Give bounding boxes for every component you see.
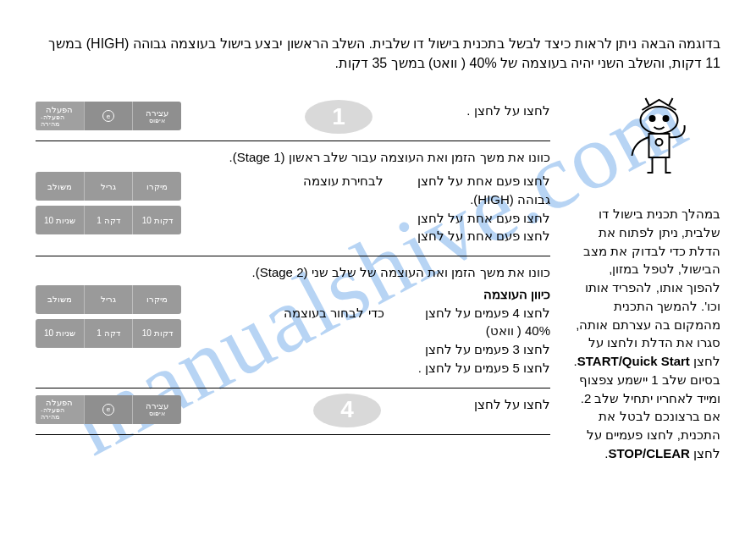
sidebar-text: במהלך תכנית בישול דו שלבית, ניתן לפתוח א…: [572, 205, 720, 463]
step-2-heading: כוונו את משך הזמן ואת העוצמה עבור שלב רא…: [229, 150, 550, 164]
mascot-icon: [615, 95, 704, 188]
mode-combined-2: משולב: [36, 285, 84, 314]
quick-start-panel-2: הפעלה הפעלה-מהירה e עצירה איפוס: [36, 395, 181, 424]
time-10m-2: 10 דקות: [132, 319, 181, 348]
step-1: 1 לחצו על לחצן . הפעלה הפעלה-מהירה e: [36, 95, 550, 141]
step-3-line1a: לחצו 4 פעמים על לחצן: [418, 304, 550, 322]
quick-start-panel: הפעלה הפעלה-מהירה e עצירה איפוס: [36, 102, 181, 130]
step-number-1: 1: [305, 100, 372, 134]
step-3: כוונו את משך הזמן ואת העוצמה של שלב שני …: [36, 256, 550, 388]
mode-micro: מיקרו: [132, 172, 181, 201]
mode-panel: משולב גריל מיקרו: [36, 172, 181, 201]
step-4: 4 לחצו על לחצן הפעלה הפעלה-מהירה e: [36, 388, 550, 435]
panel-quick-left: הפעלה הפעלה-מהירה: [36, 102, 84, 130]
sidebar: במהלך תכנית בישול דו שלבית, ניתן לפתוח א…: [572, 95, 720, 462]
mode-micro-2: מיקרו: [132, 285, 181, 314]
step-3-subhead: כיוון העוצמה: [203, 285, 550, 304]
step-number-4: 4: [313, 394, 381, 427]
time-1m: 1 דקה: [84, 206, 133, 234]
mode-combined: משולב: [36, 172, 84, 201]
svg-point-3: [656, 139, 663, 146]
step-3-line2: 40% ( וואט): [418, 322, 550, 340]
mode-panel-2: משולב גריל מיקרו: [36, 285, 181, 314]
svg-point-1: [650, 116, 655, 121]
time-panel-2: 10 שניות 1 דקה 10 דקות: [36, 319, 181, 348]
time-panel: 10 שניות 1 דקה 10 דקות: [36, 206, 181, 234]
step-1-text: לחצו על לחצן .: [466, 103, 550, 118]
page: בדוגמה הבאה ניתן לראות כיצד לבשל בתכנית …: [0, 0, 756, 488]
step-2-line3: לחצו פעם אחת על לחצן: [417, 209, 550, 228]
panel-quick-right: עצירה איפוס: [132, 102, 181, 130]
eco-icon-2: e: [102, 404, 114, 416]
time-10s: 10 שניות: [36, 206, 84, 234]
step-2-line1b: לבחירת עוצמה: [303, 172, 384, 190]
intro-paragraph: בדוגמה הבאה ניתן לראות כיצד לבשל בתכנית …: [36, 34, 720, 73]
panel-quick-mid-2: e: [84, 395, 133, 424]
step-2-line4: לחצו פעם אחת על לחצן: [417, 227, 550, 245]
time-10m: 10 דקות: [132, 206, 181, 234]
step-3-line4: לחצו 5 פעמים על לחצן .: [418, 359, 550, 377]
stop-clear-label: STOP/CLEAR: [608, 446, 689, 460]
panel-quick-right-2: עצירה איפוס: [132, 395, 181, 424]
time-10s-2: 10 שניות: [36, 319, 84, 348]
start-quick-start-label: START/Quick Start: [577, 354, 690, 368]
step-2-line2: גבוהה (HIGH).: [417, 190, 550, 209]
step-2-line1a: לחצו פעם אחת על לחצן: [417, 172, 550, 190]
step-2: כוונו את משך הזמן ואת העוצמה עבור שלב רא…: [36, 141, 550, 256]
step-3-line3: לחצו 3 פעמים על לחצן: [418, 340, 550, 359]
steps-area: 1 לחצו על לחצן . הפעלה הפעלה-מהירה e: [36, 95, 550, 462]
step-4-text: לחצו על לחצן: [474, 397, 550, 411]
step-3-line1b: כדי לבחור בעוצמה: [284, 304, 384, 322]
mode-grill-2: גריל: [84, 285, 133, 314]
panel-quick-mid: e: [84, 102, 133, 130]
svg-point-2: [664, 116, 669, 121]
mode-grill: גריל: [84, 172, 133, 201]
eco-icon: e: [102, 110, 114, 122]
time-1m-2: 1 דקה: [84, 319, 133, 348]
step-3-heading: כוונו את משך הזמן ואת העוצמה של שלב שני …: [252, 265, 550, 279]
panel-quick-left-2: הפעלה הפעלה-מהירה: [36, 395, 84, 424]
